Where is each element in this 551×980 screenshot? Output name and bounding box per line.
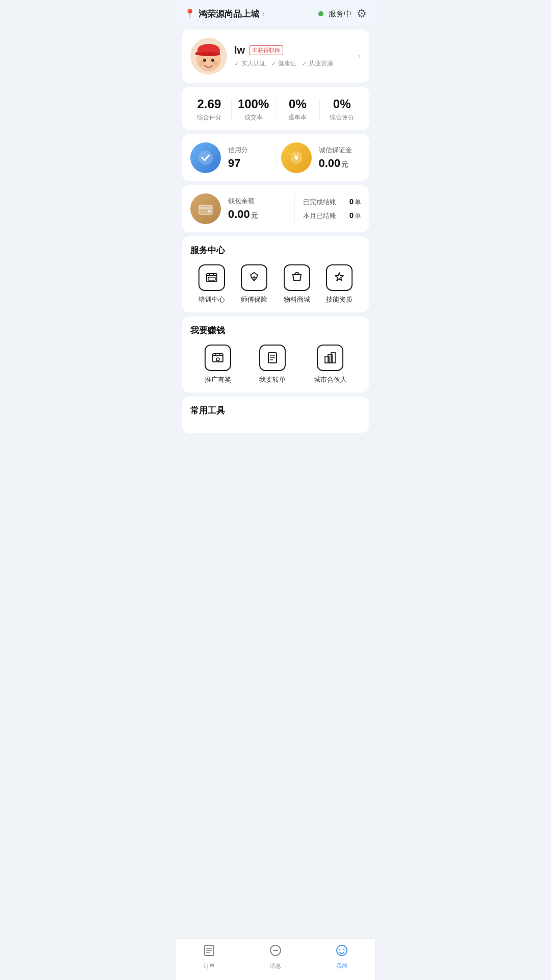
credit-info: 信用分 97 xyxy=(228,145,248,170)
cert-check-icon-2: ✓ xyxy=(271,60,277,67)
gear-icon[interactable]: ⚙ xyxy=(357,7,367,20)
cert-health: ✓ 健康证 xyxy=(271,59,296,68)
deposit-label: 诚信保证金 xyxy=(319,145,352,155)
header-left[interactable]: 📍 鸿荣源尚品上城 › xyxy=(184,8,265,20)
stat-cancel-rate: 0% 退单率 xyxy=(276,97,320,122)
wallet-divider xyxy=(294,193,295,224)
cert-label-3: 从业资源 xyxy=(309,59,333,68)
deposit-right[interactable]: ¥ 诚信保证金 0.00元 xyxy=(281,142,361,173)
transfer-order-icon xyxy=(259,345,286,371)
monthly-label: 本月已结账 xyxy=(303,211,336,220)
title-badge: 未获得职称 xyxy=(249,45,283,55)
earn-money-grid: 推广有奖 我要转单 xyxy=(190,345,361,384)
bottom-nav: 订单 消息 我的 xyxy=(176,938,375,980)
profile-arrow[interactable]: › xyxy=(358,52,361,61)
earn-money-title: 我要赚钱 xyxy=(190,325,361,336)
wallet-right: 已完成结账 0单 本月已结账 0单 xyxy=(303,197,361,220)
wallet-label: 钱包余额 xyxy=(228,197,286,206)
location-icon: 📍 xyxy=(184,8,195,19)
svg-point-13 xyxy=(208,210,211,213)
profile-card[interactable]: lw 未获得职称 ✓ 实人认证 ✓ 健康证 ✓ 从业资源 › xyxy=(182,30,369,83)
svg-rect-18 xyxy=(208,277,215,280)
svg-point-25 xyxy=(216,358,219,361)
transfer-order-item[interactable]: 我要转单 xyxy=(259,345,286,384)
transfer-order-label: 我要转单 xyxy=(259,375,286,384)
profile-info: lw 未获得职称 ✓ 实人认证 ✓ 健康证 ✓ 从业资源 xyxy=(234,44,361,68)
skill-cert-item[interactable]: 技能资质 xyxy=(326,264,353,304)
promote-icon xyxy=(205,345,231,371)
deposit-icon: ¥ xyxy=(281,142,312,173)
store-name[interactable]: 鸿荣源尚品上城 xyxy=(198,8,259,20)
common-tools-title: 常用工具 xyxy=(190,405,361,416)
svg-point-9 xyxy=(198,151,213,165)
credit-label: 信用分 xyxy=(228,145,248,155)
service-center-section: 服务中心 培训中心 xyxy=(182,236,369,312)
header: 📍 鸿荣源尚品上城 › 服务中 ⚙ xyxy=(176,0,375,26)
messages-label: 消息 xyxy=(270,962,281,970)
stat-value-2: 100% xyxy=(232,97,276,111)
svg-rect-11 xyxy=(199,205,212,214)
stats-card: 2.69 综合评分 100% 成交率 0% 退单率 0% 综合评分 xyxy=(182,87,369,130)
common-tools-section: 常用工具 xyxy=(182,397,369,433)
wallet-row-completed: 已完成结账 0单 xyxy=(303,197,361,207)
promote-label: 推广有奖 xyxy=(205,375,231,384)
credit-icon xyxy=(190,142,221,173)
svg-point-5 xyxy=(203,59,206,62)
stat-label-1: 综合评分 xyxy=(187,113,231,122)
skill-cert-icon xyxy=(326,264,353,291)
promote-item[interactable]: 推广有奖 xyxy=(205,345,231,384)
nav-messages[interactable]: 消息 xyxy=(269,944,282,970)
city-partner-icon xyxy=(317,345,343,371)
training-center-label: 培训中心 xyxy=(198,295,225,304)
svg-point-4 xyxy=(197,52,220,56)
skill-cert-label: 技能资质 xyxy=(326,295,353,304)
service-center-title: 服务中心 xyxy=(190,244,361,256)
svg-point-8 xyxy=(213,61,218,66)
service-center-grid: 培训中心 师傅保险 xyxy=(190,264,361,304)
wallet-icon xyxy=(190,193,221,224)
cert-check-icon-3: ✓ xyxy=(302,60,307,67)
status-dot xyxy=(318,11,323,16)
deposit-info: 诚信保证金 0.00元 xyxy=(319,145,352,170)
nav-orders[interactable]: 订单 xyxy=(203,944,216,970)
material-mall-icon xyxy=(284,264,310,291)
insurance-label: 师傅保险 xyxy=(241,295,267,304)
stat-value-3: 0% xyxy=(276,97,320,111)
deposit-value: 0.00元 xyxy=(319,157,352,170)
wallet-row-monthly: 本月已结账 0单 xyxy=(303,211,361,220)
credit-left[interactable]: 信用分 97 xyxy=(190,142,270,173)
credit-deposit-card[interactable]: 信用分 97 ¥ 诚信保证金 0.00元 xyxy=(182,134,369,181)
profile-name-row: lw 未获得职称 xyxy=(234,44,361,56)
stat-composite-score: 0% 综合评分 xyxy=(320,97,364,122)
earn-money-section: 我要赚钱 推广有奖 xyxy=(182,316,369,393)
training-center-item[interactable]: 培训中心 xyxy=(198,264,225,304)
wallet-info: 钱包余额 0.00元 xyxy=(228,197,286,221)
completed-value: 0单 xyxy=(349,197,361,207)
svg-point-42 xyxy=(343,949,345,950)
store-arrow[interactable]: › xyxy=(262,10,265,18)
svg-point-7 xyxy=(199,61,204,66)
orders-icon xyxy=(203,944,216,960)
svg-rect-12 xyxy=(199,207,212,209)
status-text: 服务中 xyxy=(329,9,352,19)
mine-icon xyxy=(335,944,348,960)
material-mall-item[interactable]: 物料商城 xyxy=(284,264,310,304)
city-partner-item[interactable]: 城市合伙人 xyxy=(314,345,347,384)
profile-name: lw xyxy=(234,44,245,56)
certifications: ✓ 实人认证 ✓ 健康证 ✓ 从业资源 xyxy=(234,59,361,68)
wallet-card[interactable]: 钱包余额 0.00元 已完成结账 0单 本月已结账 0单 xyxy=(182,185,369,232)
city-partner-label: 城市合伙人 xyxy=(314,375,347,384)
wallet-unit: 元 xyxy=(251,212,258,219)
deposit-unit: 元 xyxy=(341,161,348,168)
orders-label: 订单 xyxy=(204,962,215,970)
cert-check-icon-1: ✓ xyxy=(234,60,240,67)
insurance-item[interactable]: 师傅保险 xyxy=(241,264,267,304)
nav-mine[interactable]: 我的 xyxy=(335,944,348,970)
mine-label: 我的 xyxy=(336,962,347,970)
cert-employment: ✓ 从业资源 xyxy=(302,59,333,68)
stat-label-3: 退单率 xyxy=(276,113,320,122)
stat-overall-score: 2.69 综合评分 xyxy=(187,97,231,122)
header-right: 服务中 ⚙ xyxy=(318,7,367,20)
insurance-icon xyxy=(241,264,267,291)
cert-label-1: 实人认证 xyxy=(241,59,266,68)
